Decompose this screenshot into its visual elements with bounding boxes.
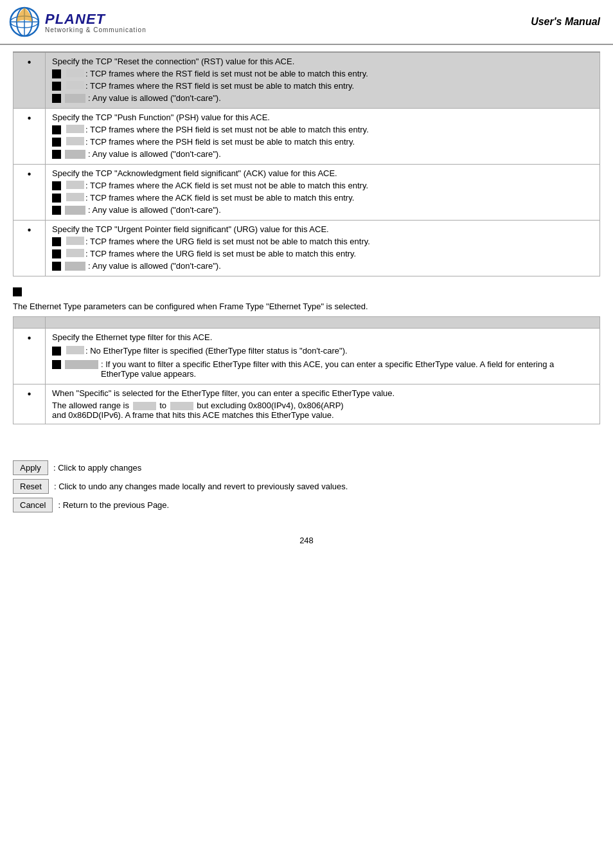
urg-sub3-text: : Any value is allowed ("don't-care"). <box>88 261 593 271</box>
gray-indicator <box>66 193 84 201</box>
black-square-icon <box>52 262 61 271</box>
black-square-icon <box>52 347 61 356</box>
gray-box-indicator <box>65 206 85 215</box>
rst-main-text: Specify the TCP "Reset the connection" (… <box>52 57 593 66</box>
gray-indicator <box>66 237 84 245</box>
eth-type-row2-main: When "Specific" is selected for the Ethe… <box>52 388 593 398</box>
rst-sub3: : Any value is allowed ("don't-care"). <box>52 93 593 103</box>
bullet-cell: • <box>13 52 46 109</box>
black-square-icon <box>52 181 61 190</box>
rst-sub1-text: : TCP frames where the RST field is set … <box>85 69 593 78</box>
page-number: 248 <box>0 536 613 545</box>
gray-indicator <box>66 125 84 133</box>
ack-sub1: : TCP frames where the ACK field is set … <box>52 181 593 190</box>
eth-type-sub2-text: : If you want to filter a specific Ether… <box>101 359 593 379</box>
urg-sub2: : TCP frames where the URG field is set … <box>52 249 593 258</box>
main-content: • Specify the TCP "Reset the connection"… <box>0 45 613 441</box>
apply-button[interactable]: Apply <box>13 460 48 475</box>
reset-button[interactable]: Reset <box>13 479 49 494</box>
ack-sub3-text: : Any value is allowed ("don't-care"). <box>88 205 593 215</box>
urg-sub3: : Any value is allowed ("don't-care"). <box>52 261 593 271</box>
urg-sub1-text: : TCP frames where the URG field is set … <box>85 237 593 246</box>
manual-title: User's Manual <box>531 16 600 28</box>
gray-indicator <box>66 181 84 189</box>
ack-sub3: : Any value is allowed ("don't-care"). <box>52 205 593 215</box>
gray-box-indicator <box>65 262 85 271</box>
table-row: • Specify the TCP "Acknowledgment field … <box>13 165 600 221</box>
logo-area: PLANET Networking & Communication <box>8 5 147 39</box>
tcp-flags-table: • Specify the TCP "Reset the connection"… <box>13 51 600 276</box>
urg-main-text: Specify the TCP "Urgent Pointer field si… <box>52 224 593 234</box>
eth-type-header-col1 <box>13 317 46 329</box>
black-square-icon <box>52 249 61 258</box>
table-row: • Specify the TCP "Urgent Pointer field … <box>13 221 600 276</box>
psh-sub1: : TCP frames where the PSH field is set … <box>52 125 593 134</box>
cancel-row: Cancel : Return to the previous Page. <box>13 498 600 512</box>
cancel-button[interactable]: Cancel <box>13 498 53 512</box>
black-square-icon <box>52 194 61 203</box>
logo-subtitle: Networking & Communication <box>45 26 147 33</box>
apply-row: Apply : Click to apply changes <box>13 460 600 475</box>
logo-text-group: PLANET Networking & Communication <box>45 11 147 33</box>
page-header: PLANET Networking & Communication User's… <box>0 0 613 45</box>
bullet-cell: • <box>13 329 46 384</box>
ack-sub1-text: : TCP frames where the ACK field is set … <box>85 181 593 190</box>
psh-main-text: Specify the TCP "Push Function" (PSH) va… <box>52 113 593 122</box>
bullet-cell: • <box>13 221 46 276</box>
range-suffix: but excluding 0x800(IPv4), 0x806(ARP) <box>197 401 343 410</box>
black-square-icon <box>52 94 61 103</box>
black-square-icon <box>52 237 61 246</box>
rst-desc-cell: Specify the TCP "Reset the connection" (… <box>46 52 600 109</box>
black-square-heading-icon <box>13 287 22 296</box>
black-square-icon <box>52 125 61 134</box>
bullet-cell: • <box>13 165 46 221</box>
black-square-icon <box>52 69 61 78</box>
button-section: Apply : Click to apply changes Reset : C… <box>0 454 613 523</box>
psh-sub2-text: : TCP frames where the PSH field is set … <box>85 137 593 147</box>
gray-indicator <box>66 137 84 145</box>
cancel-desc: : Return to the previous Page. <box>58 500 169 510</box>
eth-type-row2-range: The allowed range is to but excluding 0x… <box>52 401 593 410</box>
eth-type-row1: • Specify the Ethernet type filter for t… <box>13 329 600 384</box>
black-square-icon <box>52 206 61 215</box>
bullet-cell: • <box>13 384 46 424</box>
ack-desc-cell: Specify the TCP "Acknowledgment field si… <box>46 165 600 221</box>
rst-sub2-text: : TCP frames where the RST field is set … <box>85 81 593 91</box>
gray-box-indicator <box>65 94 85 103</box>
black-square-icon <box>52 138 61 147</box>
rst-sub3-text: : Any value is allowed ("don't-care"). <box>88 93 593 103</box>
eth-type-table: • Specify the Ethernet type filter for t… <box>13 316 600 424</box>
eth-type-row1-desc: Specify the Ethernet type filter for thi… <box>46 329 600 384</box>
eth-type-row2-desc: When "Specific" is selected for the Ethe… <box>46 384 600 424</box>
psh-desc-cell: Specify the TCP "Push Function" (PSH) va… <box>46 109 600 165</box>
urg-desc-cell: Specify the TCP "Urgent Pointer field si… <box>46 221 600 276</box>
range-end-box <box>170 402 193 410</box>
table-row: • Specify the TCP "Push Function" (PSH) … <box>13 109 600 165</box>
urg-sub2-text: : TCP frames where the URG field is set … <box>85 249 593 258</box>
ack-sub2-text: : TCP frames where the ACK field is set … <box>85 193 593 203</box>
eth-type-header-row <box>13 317 600 329</box>
reset-desc: : Click to undo any changes made locally… <box>54 482 348 491</box>
range-to: to <box>159 401 166 410</box>
eth-type-row1-main: Specify the Ethernet type filter for thi… <box>52 332 593 342</box>
black-square-icon <box>52 82 61 91</box>
eth-type-heading <box>13 287 600 296</box>
eth-type-sub2: : If you want to filter a specific Ether… <box>52 359 593 379</box>
psh-sub3: : Any value is allowed ("don't-care"). <box>52 149 593 159</box>
range-prefix: The allowed range is <box>52 401 129 410</box>
gray-box-indicator <box>65 150 85 159</box>
gray-indicator <box>66 346 84 354</box>
black-square-icon <box>52 150 61 159</box>
gray-indicator <box>66 69 84 77</box>
logo-brand: PLANET <box>45 11 147 28</box>
gray-indicator <box>66 249 84 257</box>
psh-sub3-text: : Any value is allowed ("don't-care"). <box>88 149 593 159</box>
eth-type-row2: • When "Specific" is selected for the Et… <box>13 384 600 424</box>
psh-sub1-text: : TCP frames where the PSH field is set … <box>85 125 593 134</box>
eth-type-sub1-text: : No EtherType filter is specified (Ethe… <box>85 346 593 356</box>
eth-type-row2-line3: and 0x86DD(IPv6). A frame that hits this… <box>52 410 593 420</box>
gray-box-wide-indicator <box>65 360 98 369</box>
range-start-box <box>133 402 156 410</box>
psh-sub2: : TCP frames where the PSH field is set … <box>52 137 593 147</box>
ack-main-text: Specify the TCP "Acknowledgment field si… <box>52 168 593 178</box>
